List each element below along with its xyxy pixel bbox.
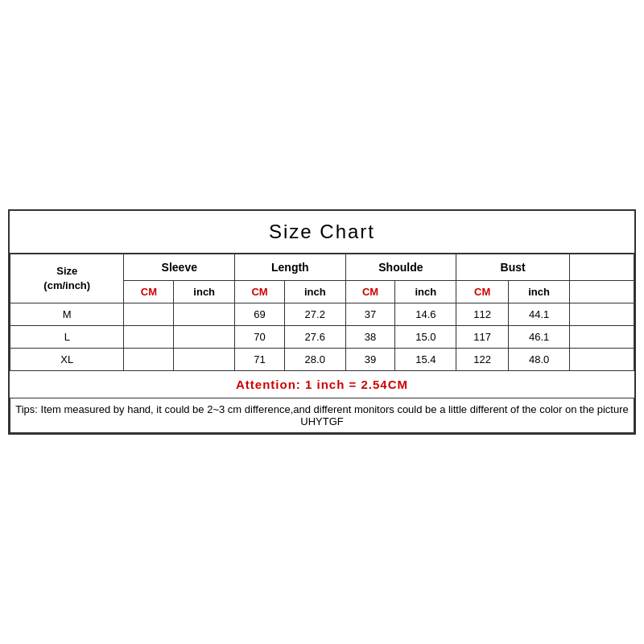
row-0-cell-8: 44.1 (509, 303, 570, 326)
shoulder-cm-header: CM (345, 281, 395, 303)
sleeve-header: Sleeve (124, 254, 235, 281)
row-1-cell-6: 15.0 (395, 326, 456, 349)
size-chart-container: Size Chart Size(cm/inch) Sleeve Length S… (8, 209, 636, 435)
shoulder-inch-header: inch (395, 281, 456, 303)
row-1-cell-8: 46.1 (509, 326, 570, 349)
row-0-cell-7: 112 (456, 303, 509, 326)
chart-title: Size Chart (10, 211, 634, 254)
empty-header (570, 254, 634, 281)
row-1-cell-0: L (10, 326, 124, 349)
row-0-cell-2 (174, 303, 235, 326)
row-0-cell-3: 69 (235, 303, 285, 326)
row-1-cell-3: 70 (235, 326, 285, 349)
row-2-cell-2 (174, 349, 235, 371)
length-inch-header: inch (284, 281, 345, 303)
row-1-cell-5: 38 (345, 326, 395, 349)
table-row: XL7128.03915.412248.0 (10, 349, 634, 371)
length-cm-header: CM (235, 281, 285, 303)
row-1-cell-9 (570, 326, 634, 349)
sleeve-cm-header: CM (124, 281, 174, 303)
shoulder-header: Shoulde (345, 254, 456, 281)
row-2-cell-4: 28.0 (284, 349, 345, 371)
row-2-cell-7: 122 (456, 349, 509, 371)
row-2-cell-6: 15.4 (395, 349, 456, 371)
row-2-cell-3: 71 (235, 349, 285, 371)
sleeve-inch-header: inch (174, 281, 235, 303)
bust-inch-header: inch (509, 281, 570, 303)
page-wrapper: Size Chart Size(cm/inch) Sleeve Length S… (8, 209, 636, 435)
row-0-cell-4: 27.2 (284, 303, 345, 326)
row-2-cell-5: 39 (345, 349, 395, 371)
bust-header: Bust (456, 254, 570, 281)
row-0-cell-5: 37 (345, 303, 395, 326)
row-0-cell-1 (124, 303, 174, 326)
length-header: Length (235, 254, 346, 281)
table-row: M6927.23714.611244.1 (10, 303, 634, 326)
attention-cell: Attention: 1 inch = 2.54CM (10, 371, 634, 398)
row-2-cell-9 (570, 349, 634, 371)
row-1-cell-7: 117 (456, 326, 509, 349)
size-table: Size(cm/inch) Sleeve Length Shoulde Bust… (10, 254, 634, 433)
size-col-header: Size(cm/inch) (10, 254, 124, 303)
row-2-cell-8: 48.0 (509, 349, 570, 371)
row-2-cell-1 (124, 349, 174, 371)
row-0-cell-9 (570, 303, 634, 326)
row-0-cell-6: 14.6 (395, 303, 456, 326)
bust-cm-header: CM (456, 281, 509, 303)
row-0-cell-0: M (10, 303, 124, 326)
tips-cell: Tips: Item measured by hand, it could be… (10, 398, 634, 433)
row-2-cell-0: XL (10, 349, 124, 371)
row-1-cell-1 (124, 326, 174, 349)
row-1-cell-2 (174, 326, 235, 349)
empty-sub-header (570, 281, 634, 303)
table-row: L7027.63815.011746.1 (10, 326, 634, 349)
row-1-cell-4: 27.6 (284, 326, 345, 349)
